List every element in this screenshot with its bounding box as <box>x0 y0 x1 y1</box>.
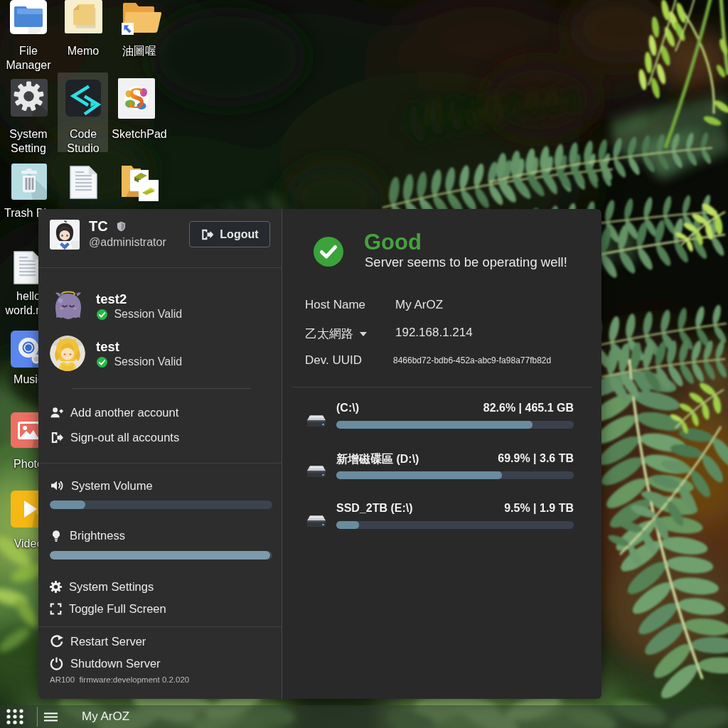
svg-text:S: S <box>128 82 144 114</box>
